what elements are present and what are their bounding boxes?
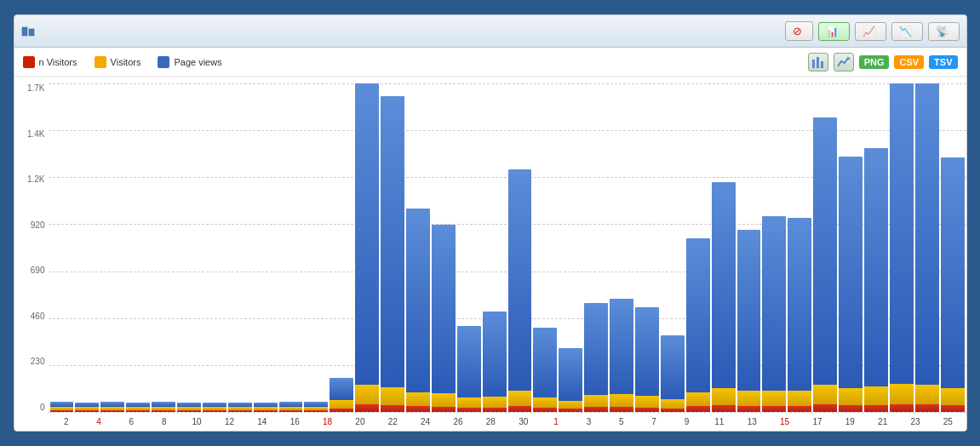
bar-group — [432, 83, 456, 412]
bar-pageviews — [559, 348, 582, 401]
bar-visitors — [635, 396, 659, 408]
x-label: 4 — [83, 417, 115, 426]
bar-pageviews — [712, 182, 736, 389]
bar-visitors — [762, 391, 786, 406]
bar-visitors — [737, 391, 761, 406]
x-label: 15 — [768, 417, 800, 426]
bar-nvisitors — [890, 404, 914, 412]
bar-visitors — [508, 391, 532, 406]
bar-visitors — [533, 397, 557, 408]
export-csv-btn[interactable]: CSV — [894, 55, 924, 69]
bar-visitors — [355, 385, 379, 404]
bar-nvisitors — [686, 406, 710, 412]
bar-visitors — [890, 384, 914, 404]
bar-group — [686, 83, 710, 412]
bar-group — [126, 83, 150, 412]
svg-rect-2 — [812, 60, 815, 68]
bar-nvisitors — [355, 404, 379, 412]
bar-group — [50, 83, 74, 412]
bar-visitors — [661, 399, 685, 409]
bar-pageviews — [788, 218, 811, 391]
bar-group — [762, 83, 786, 412]
bounce-icon: 📊 — [826, 26, 839, 37]
bar-nvisitors — [813, 404, 837, 412]
bar-pageviews — [890, 83, 914, 384]
bar-visitors — [457, 397, 481, 408]
bar-visitors — [712, 388, 736, 405]
bar-nvisitors — [864, 405, 888, 412]
compare-panel: ⊘ 📊 📈 📉 📡 n Visitors — [14, 14, 967, 432]
bar-group — [355, 83, 379, 412]
bar-nvisitors — [762, 406, 786, 412]
bar-group — [890, 83, 914, 412]
bar-group — [712, 83, 736, 412]
bounce-button[interactable]: 📊 — [818, 22, 850, 41]
bar-pageviews — [813, 117, 837, 384]
bar-pageviews — [50, 402, 74, 408]
x-label: 23 — [899, 417, 931, 426]
bar-nvisitors — [839, 405, 863, 412]
bar-pageviews — [457, 326, 481, 397]
ppv-button[interactable]: 📈 — [855, 22, 886, 41]
legend-pageviews-label: Page views — [174, 57, 221, 67]
bar-pageviews — [584, 303, 608, 395]
toolbar: ⊘ 📊 📈 📉 📡 — [14, 15, 966, 48]
bar-nvisitors — [788, 406, 811, 412]
bar-group — [813, 83, 837, 412]
x-label: 13 — [736, 417, 768, 426]
bar-nvisitors — [737, 406, 761, 412]
bar-pageviews — [533, 328, 557, 397]
y-label-7: 1.7K — [18, 83, 45, 93]
legend-bar: n Visitors Visitors Page views — [14, 48, 966, 77]
export-tsv-btn[interactable]: TSV — [929, 55, 957, 69]
x-label: 7 — [638, 417, 670, 426]
bar-pageviews — [864, 148, 888, 386]
x-label: 9 — [670, 417, 702, 426]
bar-visitors — [941, 388, 965, 405]
bar-group — [839, 83, 863, 412]
x-label: 19 — [834, 417, 866, 426]
legend-pageviews: Page views — [158, 56, 221, 68]
bar-nvisitors — [381, 405, 404, 412]
y-label-3: 690 — [18, 266, 45, 275]
x-label: 6 — [115, 417, 147, 426]
bar-pageviews — [610, 299, 633, 394]
bar-group — [559, 83, 582, 412]
bar-group — [737, 83, 761, 412]
no-button[interactable]: ⊘ — [785, 21, 813, 41]
x-label: 12 — [213, 417, 245, 426]
x-label: 10 — [181, 417, 213, 426]
y-label-1: 230 — [18, 357, 45, 366]
bar-pageviews — [635, 307, 659, 396]
bar-visitors — [788, 391, 811, 406]
bar-chart-btn[interactable] — [808, 53, 828, 71]
x-label: 28 — [474, 417, 507, 426]
x-label: 16 — [278, 417, 311, 426]
legend-right: PNG CSV TSV — [808, 53, 958, 71]
online-icon: 📡 — [936, 26, 948, 37]
x-label: 24 — [409, 417, 441, 426]
y-label-4: 920 — [18, 220, 45, 230]
svg-rect-1 — [29, 29, 34, 36]
bar-pageviews — [915, 83, 939, 384]
bar-group — [152, 83, 175, 412]
bar-group — [304, 83, 328, 412]
y-label-5: 1.2K — [18, 174, 45, 184]
bar-pageviews — [355, 83, 379, 385]
x-label: 5 — [605, 417, 638, 426]
bar-visitors — [330, 400, 353, 409]
bar-group — [610, 83, 633, 412]
x-label: 11 — [703, 417, 736, 426]
x-axis: 2468101214161820222426283013579111315171… — [49, 412, 966, 431]
bar-visitors — [584, 395, 608, 407]
online-button[interactable]: 📡 — [928, 22, 960, 41]
x-label: 2 — [50, 417, 83, 426]
nvis-button[interactable]: 📉 — [891, 22, 923, 41]
line-chart-btn[interactable] — [834, 53, 854, 71]
bar-visitors — [915, 385, 939, 404]
export-png-btn[interactable]: PNG — [859, 55, 890, 69]
y-label-6: 1.4K — [18, 129, 45, 139]
legend-visitors-box — [95, 56, 106, 68]
bar-group — [406, 83, 430, 412]
bar-visitors — [839, 388, 863, 405]
